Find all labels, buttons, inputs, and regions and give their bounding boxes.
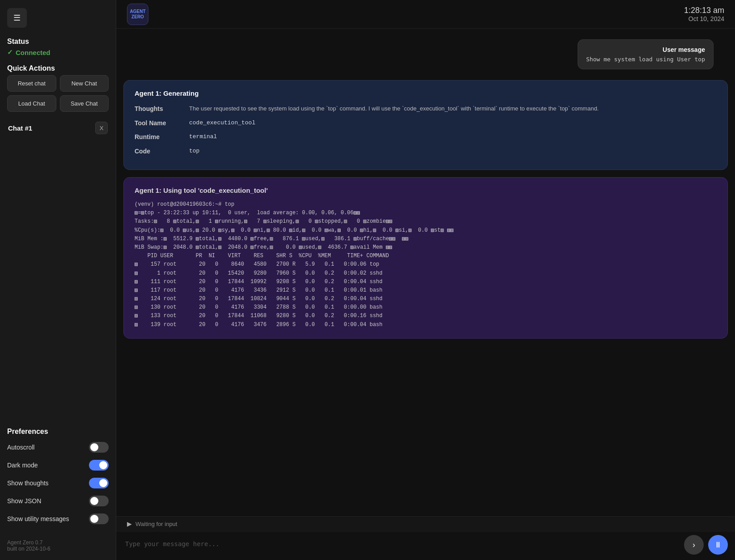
tool-name-row: Tool Name code_execution_tool (135, 119, 717, 127)
tool-name-label: Tool Name (135, 119, 184, 127)
reset-chat-button[interactable]: Reset chat (7, 75, 56, 92)
dark-mode-track (89, 460, 109, 471)
show-thoughts-track (89, 478, 109, 488)
logo-line2: ZERO (130, 14, 146, 20)
terminal-card-title: Agent 1: Using tool 'code_execution_tool… (135, 187, 717, 194)
send-icon: › (693, 540, 695, 550)
autoscroll-toggle[interactable] (89, 442, 109, 453)
version-info: Agent Zero 0.7 built on 2024-10-6 (7, 536, 109, 552)
pref-dark-mode-label: Dark mode (7, 462, 38, 469)
thoughts-row: Thoughts The user requested to see the s… (135, 104, 717, 113)
user-message-text: Show me system load using User top (586, 56, 705, 63)
chat-close-button[interactable]: X (95, 122, 108, 134)
preferences-title: Preferences (7, 428, 109, 436)
pref-show-utility-messages: Show utility messages (7, 510, 109, 528)
hamburger-button[interactable]: ☰ (7, 8, 27, 28)
terminal-card: Agent 1: Using tool 'code_execution_tool… (123, 177, 728, 339)
quick-actions-title: Quick Actions (7, 64, 109, 72)
input-bar: › ⏸ (116, 531, 735, 560)
pref-autoscroll: Autoscroll (7, 438, 109, 456)
version-line1: Agent Zero 0.7 (7, 539, 109, 546)
message-input[interactable] (123, 537, 680, 553)
sidebar: ☰ Status Connected Quick Actions Reset c… (0, 0, 116, 560)
pref-autoscroll-label: Autoscroll (7, 444, 34, 451)
topbar: AGENT ZERO 1:28:13 am Oct 10, 2024 (116, 0, 735, 29)
terminal-output-lines: (venv) root@d200419603c6:~# top ▨=▨top -… (135, 200, 717, 252)
connected-badge: Connected (7, 48, 109, 56)
runtime-row: Runtime terminal (135, 132, 717, 141)
thoughts-value: The user requested to see the system loa… (189, 104, 717, 113)
autoscroll-track (89, 442, 109, 453)
user-message-header: User message (586, 46, 705, 53)
chat-item-row: Chat #1 X (7, 120, 109, 136)
code-row: Code top (135, 147, 717, 156)
pref-show-thoughts-label: Show thoughts (7, 479, 49, 487)
code-value: top (189, 147, 717, 156)
terminal-table-header: PID USER PR NI VIRT RES SHR S %CPU %MEM … (135, 252, 717, 260)
runtime-value: terminal (189, 132, 717, 141)
terminal-table-rows: ▨ 157 root 20 0 8640 4580 2700 R 5.9 0.1… (135, 260, 717, 329)
pref-show-utility-messages-label: Show utility messages (7, 515, 69, 522)
connected-label: Connected (16, 49, 51, 56)
show-thoughts-toggle[interactable] (89, 478, 109, 488)
user-message-bubble: User message Show me system load using U… (578, 39, 714, 69)
preferences-section: Preferences Autoscroll Dark mode Show th… (7, 428, 109, 528)
current-time: 1:28:13 am (684, 6, 724, 15)
pref-show-json-label: Show JSON (7, 497, 41, 505)
dark-mode-toggle[interactable] (89, 460, 109, 471)
chat-area[interactable]: User message Show me system load using U… (116, 29, 735, 516)
chat-item-label: Chat #1 (8, 124, 32, 132)
waiting-icon: ▶ (127, 520, 132, 527)
load-chat-button[interactable]: Load Chat (7, 95, 56, 112)
logo-line1: AGENT (130, 9, 146, 14)
main-content: AGENT ZERO 1:28:13 am Oct 10, 2024 User … (116, 0, 735, 560)
save-chat-button[interactable]: Save Chat (60, 95, 109, 112)
quick-actions-grid: Reset chat New Chat Load Chat Save Chat (7, 75, 109, 112)
tool-name-value: code_execution_tool (189, 119, 717, 127)
topbar-time: 1:28:13 am Oct 10, 2024 (684, 6, 724, 22)
agent-logo: AGENT ZERO (127, 4, 148, 25)
show-utility-messages-toggle[interactable] (89, 513, 109, 524)
pref-show-thoughts: Show thoughts (7, 474, 109, 492)
quick-actions-section: Quick Actions Reset chat New Chat Load C… (7, 64, 109, 112)
pref-dark-mode: Dark mode (7, 456, 109, 474)
thoughts-label: Thoughts (135, 104, 184, 112)
menu-icon: ☰ (13, 13, 21, 23)
status-section: Status Connected (7, 38, 109, 56)
show-json-toggle[interactable] (89, 496, 109, 506)
agent-generating-card: Agent 1: Generating Thoughts The user re… (123, 80, 728, 170)
current-date: Oct 10, 2024 (684, 15, 724, 22)
pref-show-json: Show JSON (7, 492, 109, 510)
pause-button[interactable]: ⏸ (708, 535, 728, 555)
runtime-label: Runtime (135, 132, 184, 140)
code-label: Code (135, 147, 184, 155)
pause-icon: ⏸ (714, 540, 722, 550)
show-utility-messages-track (89, 513, 109, 524)
waiting-text: Waiting for input (135, 521, 177, 527)
version-line2: built on 2024-10-6 (7, 546, 109, 552)
status-title: Status (7, 38, 109, 46)
agent-generating-title: Agent 1: Generating (135, 89, 717, 97)
send-button[interactable]: › (684, 535, 704, 555)
new-chat-button[interactable]: New Chat (60, 75, 109, 92)
show-json-track (89, 496, 109, 506)
waiting-bar: ▶ Waiting for input (116, 516, 735, 531)
spacer (7, 144, 109, 418)
